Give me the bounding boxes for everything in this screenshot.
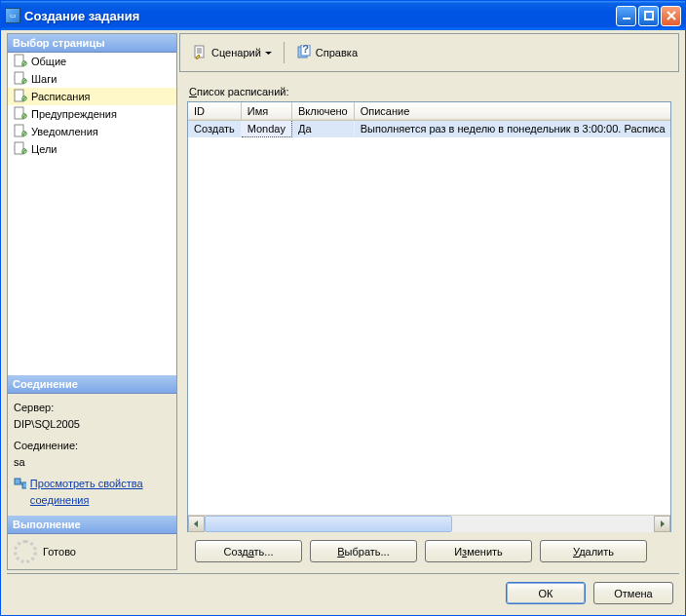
toolbar-separator: [284, 42, 285, 63]
svg-rect-0: [623, 18, 630, 19]
delete-button[interactable]: Удалить: [540, 540, 647, 562]
connection-icon: [14, 476, 26, 491]
connection-server-label: Сервер:: [14, 400, 171, 416]
page-icon: [12, 124, 27, 139]
scroll-right-button[interactable]: [654, 516, 670, 532]
horizontal-scrollbar[interactable]: [188, 515, 670, 531]
sidebar-item-Предупреждения[interactable]: Предупреждения: [8, 105, 176, 123]
view-connection-properties-link[interactable]: Просмотреть свойства соединения: [14, 476, 171, 508]
close-button[interactable]: [661, 6, 681, 26]
titlebar: ▭ Создание задания: [1, 1, 685, 30]
page-icon: [12, 89, 27, 104]
new-button[interactable]: Создать...: [195, 540, 302, 562]
script-icon: [192, 45, 208, 60]
sidebar-header-execution: Выполнение: [8, 516, 176, 534]
schedules-table[interactable]: IDИмяВключеноОписание СоздатьMondayДаВып…: [188, 102, 670, 137]
page-icon: [12, 71, 27, 87]
connection-server-value: DIP\SQL2005: [14, 416, 171, 433]
column-header[interactable]: Описание: [354, 102, 670, 121]
svg-rect-14: [15, 479, 20, 484]
sidebar-item-Уведомления[interactable]: Уведомления: [8, 123, 176, 140]
window-title: Создание задания: [24, 9, 616, 23]
sidebar-header-pages: Выбор страницы: [8, 34, 176, 53]
scroll-left-button[interactable]: [188, 516, 205, 532]
svg-rect-1: [645, 12, 653, 19]
pick-button[interactable]: Выбрать...: [310, 540, 417, 562]
help-icon: ?: [296, 45, 312, 60]
cancel-button[interactable]: Отмена: [593, 582, 673, 604]
column-header[interactable]: Включено: [291, 102, 354, 121]
edit-button[interactable]: Изменить: [425, 540, 532, 562]
connection-conn-value: sa: [14, 454, 171, 471]
column-header[interactable]: ID: [188, 102, 241, 121]
svg-text:?: ?: [302, 45, 309, 55]
script-dropdown-button[interactable]: Сценарий: [188, 42, 276, 63]
page-icon: [12, 106, 27, 122]
execution-status: Готово: [43, 546, 76, 558]
app-icon: ▭: [5, 8, 20, 23]
sidebar-item-Цели[interactable]: Цели: [8, 140, 176, 158]
table-row[interactable]: СоздатьMondayДаВыполняется раз в неделю …: [188, 121, 670, 137]
connection-conn-label: Соединение:: [14, 438, 171, 454]
throbber-icon: [14, 540, 37, 563]
sidebar-item-Расписания[interactable]: Расписания: [8, 88, 176, 105]
page-icon: [12, 141, 27, 157]
sidebar-item-Шаги[interactable]: Шаги: [8, 70, 176, 88]
chevron-down-icon: [265, 50, 272, 57]
svg-rect-15: [22, 482, 26, 488]
schedules-list-label: Список расписаний:: [189, 86, 669, 97]
sidebar-header-connection: Соединение: [8, 375, 176, 394]
ok-button[interactable]: ОК: [506, 582, 586, 604]
page-icon: [12, 54, 27, 69]
minimize-button[interactable]: [616, 6, 636, 26]
help-button[interactable]: ? Справка: [292, 42, 362, 63]
sidebar-item-Общие[interactable]: Общие: [8, 53, 176, 70]
maximize-button[interactable]: [638, 6, 659, 26]
scrollbar-thumb[interactable]: [205, 516, 452, 532]
column-header[interactable]: Имя: [241, 102, 291, 121]
